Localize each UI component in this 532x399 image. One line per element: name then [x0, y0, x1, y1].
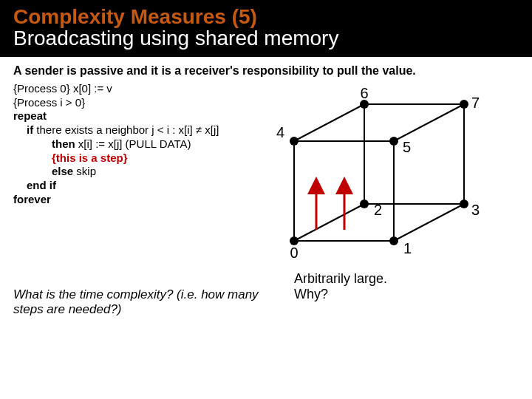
slide-title-sub: Broadcasting using shared memory — [13, 27, 519, 49]
answer-text: Arbitrarily large. Why? — [294, 271, 387, 303]
content-row: {Process 0} x[0] := v {Process i > 0} re… — [0, 82, 532, 274]
intro-text: A sender is passive and it is a receiver… — [0, 57, 532, 82]
cube-diagram: 0 1 2 3 4 5 6 7 — [250, 82, 519, 274]
node-label-7: 7 — [471, 95, 480, 111]
node-label-6: 6 — [360, 85, 368, 101]
svg-point-13 — [389, 236, 398, 245]
code-line: else skip — [13, 165, 242, 179]
node-label-4: 4 — [276, 124, 284, 140]
footer-row: What is the time complexity? (i.e. how m… — [0, 274, 532, 317]
svg-line-1 — [394, 104, 464, 141]
code-text: skip — [73, 165, 96, 177]
kw-then: then — [52, 137, 75, 150]
kw-forever: forever — [13, 193, 242, 207]
cube-svg: 0 1 2 3 4 5 6 7 — [250, 82, 486, 274]
question-text: What is the time complexity? (i.e. how m… — [13, 287, 272, 317]
code-line: {Process 0} x[0] := v — [13, 82, 242, 96]
svg-point-16 — [290, 137, 299, 146]
code-line: repeat — [13, 109, 242, 123]
node-label-1: 1 — [403, 240, 412, 256]
code-line: {Process i > 0} — [13, 96, 242, 110]
kw-endif: end if — [13, 179, 242, 193]
kw-if: if — [27, 123, 33, 136]
node-label-0: 0 — [290, 245, 298, 261]
code-text: x[i] := x[j] (PULL DATA) — [75, 137, 191, 150]
kw-else: else — [52, 165, 73, 177]
answer-line2: Why? — [294, 287, 387, 303]
svg-line-5 — [394, 204, 464, 241]
slide-title-main: Complexity Measures (5) — [13, 6, 519, 27]
node-label-5: 5 — [403, 139, 411, 155]
svg-point-17 — [389, 137, 398, 146]
svg-point-14 — [360, 200, 369, 208]
node-label-2: 2 — [374, 202, 382, 218]
svg-point-19 — [460, 100, 468, 109]
svg-line-3 — [294, 104, 364, 141]
kw-repeat: repeat — [13, 109, 47, 122]
title-bar: Complexity Measures (5) Broadcasting usi… — [0, 0, 532, 57]
node-label-3: 3 — [471, 202, 480, 218]
code-line: if there exists a neighbor j < i : x[i] … — [13, 123, 242, 137]
pseudocode-block: {Process 0} x[0] := v {Process i > 0} re… — [13, 82, 242, 274]
code-line: then x[i] := x[j] (PULL DATA) — [13, 137, 242, 151]
svg-point-15 — [460, 200, 468, 208]
code-text: there exists a neighbor j < i : x[i] ≠ x… — [33, 123, 219, 136]
svg-line-7 — [294, 204, 364, 241]
code-step-note: {this is a step} — [13, 151, 242, 166]
